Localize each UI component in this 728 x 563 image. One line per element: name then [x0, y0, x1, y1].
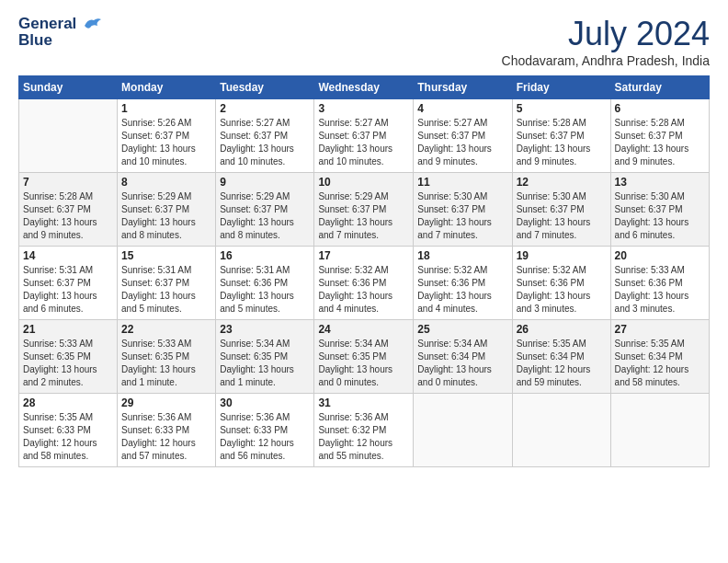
- day-info: Sunrise: 5:33 AM Sunset: 6:35 PM Dayligh…: [23, 338, 113, 389]
- day-number: 17: [318, 249, 409, 262]
- day-number: 20: [615, 249, 705, 262]
- day-number: 23: [220, 323, 310, 336]
- table-row: 7Sunrise: 5:28 AM Sunset: 6:37 PM Daylig…: [19, 173, 118, 247]
- col-monday: Monday: [118, 76, 216, 99]
- calendar-week-row: 1Sunrise: 5:26 AM Sunset: 6:37 PM Daylig…: [19, 99, 710, 173]
- day-info: Sunrise: 5:27 AM Sunset: 6:37 PM Dayligh…: [417, 117, 507, 168]
- day-number: 16: [220, 249, 310, 262]
- table-row: 24Sunrise: 5:34 AM Sunset: 6:35 PM Dayli…: [314, 320, 414, 394]
- day-info: Sunrise: 5:30 AM Sunset: 6:37 PM Dayligh…: [615, 190, 705, 242]
- day-info: Sunrise: 5:27 AM Sunset: 6:37 PM Dayligh…: [318, 117, 409, 168]
- day-info: Sunrise: 5:30 AM Sunset: 6:37 PM Dayligh…: [417, 190, 507, 242]
- day-info: Sunrise: 5:28 AM Sunset: 6:37 PM Dayligh…: [517, 117, 607, 168]
- day-number: 24: [318, 323, 409, 336]
- day-info: Sunrise: 5:34 AM Sunset: 6:34 PM Dayligh…: [417, 338, 507, 389]
- col-friday: Friday: [512, 76, 610, 99]
- day-number: 11: [417, 176, 507, 189]
- day-number: 29: [121, 396, 211, 409]
- table-row: 16Sunrise: 5:31 AM Sunset: 6:36 PM Dayli…: [216, 247, 314, 320]
- day-number: 31: [318, 396, 409, 409]
- day-number: 21: [23, 323, 113, 336]
- location-subtitle: Chodavaram, Andhra Pradesh, India: [502, 53, 710, 68]
- table-row: 8Sunrise: 5:29 AM Sunset: 6:37 PM Daylig…: [118, 173, 216, 247]
- day-number: 8: [121, 176, 211, 189]
- table-row: 29Sunrise: 5:36 AM Sunset: 6:33 PM Dayli…: [118, 394, 216, 467]
- title-section: July 2024 Chodavaram, Andhra Pradesh, In…: [502, 15, 710, 68]
- day-info: Sunrise: 5:29 AM Sunset: 6:37 PM Dayligh…: [121, 190, 211, 242]
- table-row: 23Sunrise: 5:34 AM Sunset: 6:35 PM Dayli…: [216, 320, 314, 394]
- month-year-title: July 2024: [502, 15, 710, 53]
- logo-bird-icon: [83, 17, 103, 31]
- day-info: Sunrise: 5:36 AM Sunset: 6:33 PM Dayligh…: [121, 411, 211, 463]
- day-info: Sunrise: 5:26 AM Sunset: 6:37 PM Dayligh…: [121, 117, 211, 168]
- table-row: 5Sunrise: 5:28 AM Sunset: 6:37 PM Daylig…: [512, 99, 610, 173]
- col-thursday: Thursday: [414, 76, 512, 99]
- table-row: 28Sunrise: 5:35 AM Sunset: 6:33 PM Dayli…: [19, 394, 118, 467]
- day-info: Sunrise: 5:32 AM Sunset: 6:36 PM Dayligh…: [417, 264, 507, 316]
- day-info: Sunrise: 5:36 AM Sunset: 6:33 PM Dayligh…: [220, 411, 310, 463]
- day-number: 19: [517, 249, 607, 262]
- logo-blue-text: Blue: [18, 31, 103, 50]
- table-row: 2Sunrise: 5:27 AM Sunset: 6:37 PM Daylig…: [216, 99, 314, 173]
- day-info: Sunrise: 5:29 AM Sunset: 6:37 PM Dayligh…: [220, 190, 310, 242]
- table-row: 15Sunrise: 5:31 AM Sunset: 6:37 PM Dayli…: [118, 247, 216, 320]
- day-number: 3: [318, 102, 409, 115]
- day-number: 30: [220, 396, 310, 409]
- table-row: 12Sunrise: 5:30 AM Sunset: 6:37 PM Dayli…: [512, 173, 610, 247]
- col-sunday: Sunday: [19, 76, 118, 99]
- day-info: Sunrise: 5:33 AM Sunset: 6:36 PM Dayligh…: [615, 264, 705, 316]
- day-number: 26: [517, 323, 607, 336]
- day-number: 13: [615, 176, 705, 189]
- day-number: 12: [517, 176, 607, 189]
- day-info: Sunrise: 5:27 AM Sunset: 6:37 PM Dayligh…: [220, 117, 310, 168]
- day-number: 10: [318, 176, 409, 189]
- calendar-table: Sunday Monday Tuesday Wednesday Thursday…: [18, 75, 710, 467]
- day-number: 1: [121, 102, 211, 115]
- day-info: Sunrise: 5:32 AM Sunset: 6:36 PM Dayligh…: [517, 264, 607, 316]
- day-number: 6: [615, 102, 705, 115]
- day-number: 14: [23, 249, 113, 262]
- table-row: [512, 394, 610, 467]
- table-row: 20Sunrise: 5:33 AM Sunset: 6:36 PM Dayli…: [610, 247, 709, 320]
- table-row: 13Sunrise: 5:30 AM Sunset: 6:37 PM Dayli…: [610, 173, 709, 247]
- calendar-header-row: Sunday Monday Tuesday Wednesday Thursday…: [19, 76, 710, 99]
- day-info: Sunrise: 5:32 AM Sunset: 6:36 PM Dayligh…: [318, 264, 409, 316]
- table-row: 9Sunrise: 5:29 AM Sunset: 6:37 PM Daylig…: [216, 173, 314, 247]
- day-number: 25: [417, 323, 507, 336]
- day-number: 15: [121, 249, 211, 262]
- table-row: 6Sunrise: 5:28 AM Sunset: 6:37 PM Daylig…: [610, 99, 709, 173]
- table-row: 1Sunrise: 5:26 AM Sunset: 6:37 PM Daylig…: [118, 99, 216, 173]
- day-info: Sunrise: 5:36 AM Sunset: 6:32 PM Dayligh…: [318, 411, 409, 463]
- calendar-week-row: 21Sunrise: 5:33 AM Sunset: 6:35 PM Dayli…: [19, 320, 710, 394]
- table-row: 22Sunrise: 5:33 AM Sunset: 6:35 PM Dayli…: [118, 320, 216, 394]
- table-row: 17Sunrise: 5:32 AM Sunset: 6:36 PM Dayli…: [314, 247, 414, 320]
- table-row: 10Sunrise: 5:29 AM Sunset: 6:37 PM Dayli…: [314, 173, 414, 247]
- day-number: 5: [517, 102, 607, 115]
- day-info: Sunrise: 5:29 AM Sunset: 6:37 PM Dayligh…: [318, 190, 409, 242]
- table-row: [414, 394, 512, 467]
- page-header: General Blue July 2024 Chodavaram, Andhr…: [18, 15, 710, 68]
- day-number: 4: [417, 102, 507, 115]
- day-info: Sunrise: 5:28 AM Sunset: 6:37 PM Dayligh…: [615, 117, 705, 168]
- day-info: Sunrise: 5:34 AM Sunset: 6:35 PM Dayligh…: [220, 338, 310, 389]
- day-info: Sunrise: 5:30 AM Sunset: 6:37 PM Dayligh…: [517, 190, 607, 242]
- table-row: [19, 99, 118, 173]
- day-info: Sunrise: 5:34 AM Sunset: 6:35 PM Dayligh…: [318, 338, 409, 389]
- table-row: 27Sunrise: 5:35 AM Sunset: 6:34 PM Dayli…: [610, 320, 709, 394]
- table-row: 31Sunrise: 5:36 AM Sunset: 6:32 PM Dayli…: [314, 394, 414, 467]
- day-number: 7: [23, 176, 113, 189]
- table-row: 18Sunrise: 5:32 AM Sunset: 6:36 PM Dayli…: [414, 247, 512, 320]
- logo: General Blue: [18, 15, 103, 50]
- table-row: 26Sunrise: 5:35 AM Sunset: 6:34 PM Dayli…: [512, 320, 610, 394]
- col-wednesday: Wednesday: [314, 76, 414, 99]
- day-info: Sunrise: 5:33 AM Sunset: 6:35 PM Dayligh…: [121, 338, 211, 389]
- day-number: 18: [417, 249, 507, 262]
- day-info: Sunrise: 5:31 AM Sunset: 6:36 PM Dayligh…: [220, 264, 310, 316]
- logo-text: General: [18, 15, 103, 33]
- table-row: 3Sunrise: 5:27 AM Sunset: 6:37 PM Daylig…: [314, 99, 414, 173]
- day-number: 27: [615, 323, 705, 336]
- table-row: 11Sunrise: 5:30 AM Sunset: 6:37 PM Dayli…: [414, 173, 512, 247]
- table-row: 4Sunrise: 5:27 AM Sunset: 6:37 PM Daylig…: [414, 99, 512, 173]
- table-row: 30Sunrise: 5:36 AM Sunset: 6:33 PM Dayli…: [216, 394, 314, 467]
- day-number: 22: [121, 323, 211, 336]
